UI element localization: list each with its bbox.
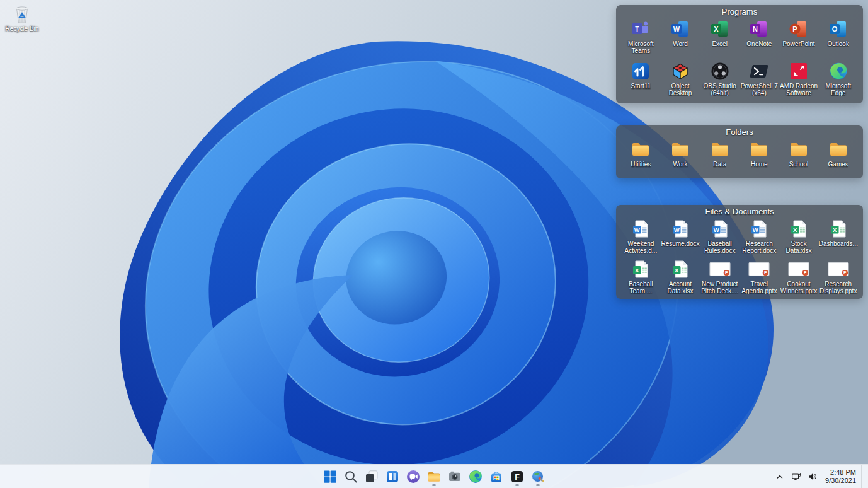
folder-icon [788, 139, 809, 160]
taskbar-fences-button[interactable] [508, 466, 527, 487]
item-label: New Product Pitch Deck.... [700, 281, 740, 294]
desktop-item-start11[interactable]: Start11 [621, 61, 661, 102]
tray-date: 9/30/2021 [825, 477, 856, 485]
powershell-icon [748, 61, 770, 81]
item-label: Data [713, 161, 726, 168]
desktop-item-onenote[interactable]: OneNote [740, 19, 779, 59]
taskbar-widgets-button[interactable] [383, 466, 402, 487]
onenote-icon [748, 19, 770, 39]
show-desktop-button[interactable] [861, 465, 864, 488]
desktop-folder-work[interactable]: Work [661, 139, 700, 174]
item-label: Weekend Actvites.d... [621, 240, 660, 254]
desktop-icon-area: Recycle Bin [3, 4, 42, 32]
tray-hidden-icons-button[interactable] [772, 467, 787, 486]
item-label: PowerShell 7 (x64) [740, 83, 779, 96]
item-label: Stock Data.xlsx [779, 240, 818, 254]
desktop-file-research-report-docx[interactable]: Research Report.docx [740, 219, 779, 257]
folder-icon [828, 139, 849, 160]
desktop-item-object-desktop[interactable]: Object Desktop [661, 61, 700, 102]
item-label: School [789, 161, 809, 168]
taskbar-task-view-button[interactable] [362, 466, 381, 487]
outlook-icon [828, 19, 849, 39]
desktop-file-resume-docx[interactable]: Resume.docx [661, 219, 700, 257]
item-label: OneNote [746, 40, 772, 47]
desktop-folder-school[interactable]: School [779, 139, 819, 174]
taskbar-camera-button[interactable] [445, 466, 464, 487]
item-label: Object Desktop [661, 83, 700, 96]
desktop-file-research-displays-pptx[interactable]: Research Displays.pptx [818, 259, 858, 298]
desktop-folder-games[interactable]: Games [818, 139, 858, 174]
taskbar-microsoft-store-button[interactable] [487, 466, 506, 487]
fence-programs: Programs Microsoft Teams Word Excel OneN… [616, 5, 863, 103]
item-label: AMD Radeon Software [779, 83, 818, 96]
item-label: Utilities [631, 161, 651, 168]
desktop-file-baseball-rules-docx[interactable]: Baseball Rules.docx [700, 219, 740, 257]
item-label: OBS Studio (64bit) [700, 83, 740, 96]
desktop-item-word[interactable]: Word [661, 19, 700, 59]
taskbar-deskscapes-button[interactable] [528, 466, 547, 487]
item-label: Games [828, 161, 848, 168]
ppt-file-icon [788, 259, 809, 279]
item-label: Travel Agenda.pptx [740, 281, 779, 294]
taskbar-file-explorer-button[interactable] [425, 466, 443, 487]
taskbar-edge-button[interactable] [466, 466, 485, 487]
desktop-folder-home[interactable]: Home [740, 139, 779, 174]
item-label: Work [673, 161, 687, 168]
camera-icon [447, 469, 462, 484]
desktop-file-new-product-pitch-deck[interactable]: New Product Pitch Deck.... [700, 259, 740, 298]
desktop-item-microsoft-teams[interactable]: Microsoft Teams [621, 19, 661, 59]
desktop-item-powershell-7-x64[interactable]: PowerShell 7 (x64) [740, 61, 779, 102]
fence-folders: Folders Utilities Work Data Home [616, 125, 863, 178]
word-file-icon [630, 219, 651, 239]
desktop-file-stock-data-xlsx[interactable]: Stock Data.xlsx [779, 219, 819, 257]
tray-volume-button[interactable] [805, 467, 820, 486]
fence-grid-folders: Utilities Work Data Home School [616, 139, 863, 177]
desktop-item-powerpoint[interactable]: PowerPoint [779, 19, 819, 59]
taskbar-clock[interactable]: 2:48 PM 9/30/2021 [821, 467, 860, 486]
desktop-folder-data[interactable]: Data [700, 139, 740, 174]
taskbar-chat-button[interactable] [404, 466, 423, 487]
desktop-folder-utilities[interactable]: Utilities [621, 139, 661, 174]
desktop-file-cookout-winners-pptx[interactable]: Cookout Winners.pptx [779, 259, 819, 298]
fence-title-folders[interactable]: Folders [616, 125, 863, 139]
ppt-file-icon [709, 259, 731, 279]
fence-title-programs[interactable]: Programs [616, 5, 863, 18]
item-label: Baseball Rules.docx [700, 240, 740, 254]
desktop-file-weekend-actvites-d[interactable]: Weekend Actvites.d... [621, 219, 661, 257]
word-file-icon [748, 219, 770, 239]
network-icon [791, 472, 801, 482]
taskbar: 2:48 PM 9/30/2021 [0, 464, 868, 488]
tray-time: 2:48 PM [830, 468, 856, 477]
desktop-file-baseball-team[interactable]: Baseball Team ... [621, 259, 661, 298]
tray-network-button[interactable] [789, 467, 804, 486]
item-label: Outlook [827, 40, 848, 47]
taskbar-search-button[interactable] [341, 466, 360, 487]
edge-icon [828, 61, 849, 81]
folder-icon [630, 139, 651, 160]
item-label: Baseball Team ... [621, 281, 660, 294]
desktop-file-dashboards[interactable]: Dashboards... [818, 219, 858, 257]
desktop-file-account-data-xlsx[interactable]: Account Data.xlsx [661, 259, 700, 298]
obs-icon [709, 61, 731, 81]
edge-icon [468, 469, 483, 484]
powerpoint-icon [788, 19, 809, 39]
volume-icon [808, 472, 818, 482]
desktop-item-microsoft-edge[interactable]: Microsoft Edge [818, 61, 858, 102]
desktop-item-excel[interactable]: Excel [700, 19, 740, 59]
excel-file-icon [670, 259, 691, 279]
taskbar-center-icons [0, 465, 868, 488]
desktop-icon-recycle-bin[interactable]: Recycle Bin [3, 4, 42, 32]
desktop-item-outlook[interactable]: Outlook [818, 19, 858, 59]
excel-file-icon [788, 219, 809, 239]
teams-icon [630, 19, 651, 39]
fence-title-files-documents[interactable]: Files & Documents [616, 205, 863, 218]
taskbar-start-button[interactable] [321, 466, 340, 487]
desktop-file-travel-agenda-pptx[interactable]: Travel Agenda.pptx [740, 259, 779, 298]
desktop-icon-label: Recycle Bin [6, 25, 39, 32]
desktop-item-amd-radeon-software[interactable]: AMD Radeon Software [779, 61, 819, 102]
folder-icon [748, 139, 770, 160]
fence-grid-programs: Microsoft Teams Word Excel OneNote Power… [616, 18, 863, 104]
widgets-icon [385, 469, 400, 484]
search-icon [343, 469, 358, 484]
desktop-item-obs-studio-64bit[interactable]: OBS Studio (64bit) [700, 61, 740, 102]
